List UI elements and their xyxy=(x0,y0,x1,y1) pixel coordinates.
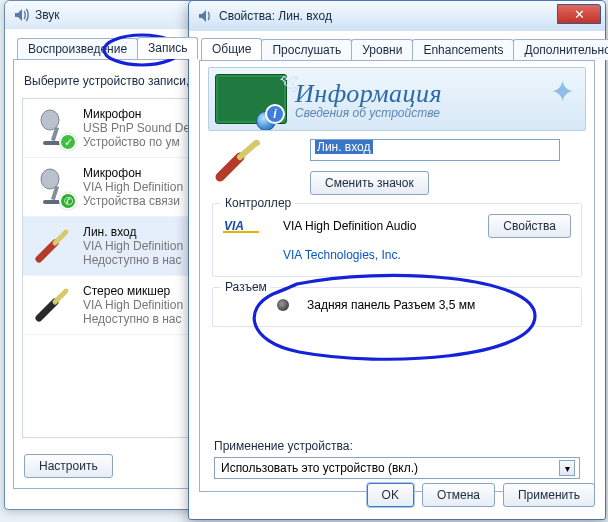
properties-titlebar[interactable]: Свойства: Лин. вход ✕ xyxy=(189,1,605,31)
ok-button[interactable]: OK xyxy=(367,483,414,507)
svg-point-0 xyxy=(41,110,59,130)
device-name-input[interactable]: Лин. вход xyxy=(310,139,560,161)
device-name: Лин. вход xyxy=(83,225,183,239)
general-panel: i 🕊 ✦ Информация Сведения об устройстве … xyxy=(199,60,595,492)
sound-title-text: Звук xyxy=(35,8,60,22)
device-name: Стерео микшер xyxy=(83,284,183,298)
configure-button[interactable]: Настроить xyxy=(24,454,113,478)
svg-point-3 xyxy=(41,169,59,189)
device-sub2: Недоступно в нас xyxy=(83,312,183,326)
device-sub1: VIA High Definition xyxy=(83,298,183,312)
status-check-icon: ✓ xyxy=(59,133,77,151)
window-controls: ✕ xyxy=(558,4,601,24)
microphone-icon: ✆ xyxy=(33,166,75,208)
device-name: Микрофон xyxy=(83,107,190,121)
controller-properties-button[interactable]: Свойства xyxy=(488,214,571,238)
apply-button[interactable]: Применить xyxy=(503,483,595,507)
dove-icon: 🕊 xyxy=(279,72,299,95)
controller-label: Контроллер xyxy=(221,196,295,210)
device-sub1: VIA High Definition xyxy=(83,180,183,194)
svg-text:VIA: VIA xyxy=(224,219,244,233)
tab-advanced[interactable]: Дополнительно xyxy=(513,39,608,60)
properties-window: Свойства: Лин. вход ✕ Общие Прослушать У… xyxy=(188,0,606,520)
usage-value: Использовать это устройство (вкл.) xyxy=(221,461,418,475)
info-banner: i 🕊 ✦ Информация Сведения об устройстве xyxy=(208,67,586,131)
tab-playback[interactable]: Воспроизведение xyxy=(17,38,138,59)
jack-plug-icon xyxy=(214,139,270,183)
device-sub1: USB PnP Sound De xyxy=(83,121,190,135)
sparkle-icon: ✦ xyxy=(550,74,575,109)
close-button[interactable]: ✕ xyxy=(557,4,601,24)
tab-listen[interactable]: Прослушать xyxy=(261,39,352,60)
device-name: Микрофон xyxy=(83,166,183,180)
device-name-value: Лин. вход xyxy=(315,140,373,154)
svg-point-8 xyxy=(254,140,260,146)
svg-point-6 xyxy=(64,230,69,235)
device-sub2: Устройства связи xyxy=(83,194,183,208)
connector-group: Разъем Задняя панель Разъем 3,5 мм xyxy=(212,287,582,327)
connector-label: Разъем xyxy=(221,280,271,294)
properties-button-row: OK Отмена Применить xyxy=(189,475,605,515)
tab-enhancements[interactable]: Enhancements xyxy=(412,39,514,60)
via-logo-icon: VIA xyxy=(223,217,259,235)
device-sub2: Недоступно в нас xyxy=(83,253,183,267)
jack-plug-icon xyxy=(33,225,75,267)
device-sub2: Устройство по ум xyxy=(83,135,190,149)
svg-point-7 xyxy=(64,289,69,294)
device-sub1: VIA High Definition xyxy=(83,239,183,253)
change-icon-button[interactable]: Сменить значок xyxy=(310,171,429,195)
controller-name: VIA High Definition Audio xyxy=(283,219,416,233)
tab-general[interactable]: Общие xyxy=(201,38,262,60)
status-phone-icon: ✆ xyxy=(59,192,77,210)
controller-group: Контроллер VIA VIA High Definition Audio… xyxy=(212,203,582,277)
speaker-icon xyxy=(197,8,213,24)
properties-tabs: Общие Прослушать Уровни Enhancements Доп… xyxy=(201,36,595,60)
banner-sub: Сведения об устройстве xyxy=(295,106,442,120)
tab-levels[interactable]: Уровни xyxy=(351,39,413,60)
speaker-icon xyxy=(13,7,29,23)
cancel-button[interactable]: Отмена xyxy=(422,483,495,507)
connector-text: Задняя панель Разъем 3,5 мм xyxy=(307,298,475,312)
microphone-icon: ✓ xyxy=(33,107,75,149)
banner-heading: Информация xyxy=(295,79,442,109)
info-icon: i xyxy=(265,104,285,124)
properties-title-text: Свойства: Лин. вход xyxy=(219,9,332,23)
tab-record[interactable]: Запись xyxy=(137,37,198,59)
chevron-down-icon: ▾ xyxy=(559,460,575,476)
vendor-link[interactable]: VIA Technologies, Inc. xyxy=(283,248,401,262)
usage-label: Применение устройства: xyxy=(214,439,580,453)
jack-dot-icon xyxy=(277,299,289,311)
jack-plug-icon xyxy=(33,284,75,326)
